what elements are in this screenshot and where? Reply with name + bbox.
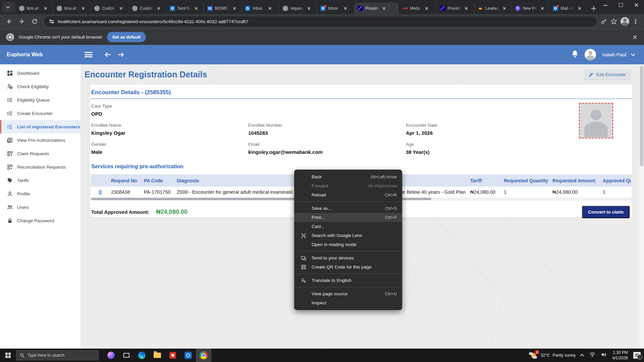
- close-icon[interactable]: [343, 6, 348, 11]
- close-icon[interactable]: [381, 6, 387, 11]
- close-icon[interactable]: [540, 6, 545, 11]
- close-icon[interactable]: [43, 6, 48, 11]
- tray-expand-icon[interactable]: [580, 354, 584, 358]
- close-icon[interactable]: [267, 6, 273, 11]
- column-diagnosis: Diagnosis: [175, 178, 293, 183]
- browser-tab[interactable]: Inbox -: [317, 3, 354, 14]
- taskbar-app-edge[interactable]: [134, 349, 150, 362]
- page-scrollbar[interactable]: [639, 64, 644, 349]
- banner-close-icon[interactable]: [632, 34, 638, 40]
- notifications-bell-icon[interactable]: [571, 50, 579, 59]
- close-icon[interactable]: [194, 6, 199, 11]
- browser-tab[interactable]: lims.afri: [53, 3, 91, 14]
- site-settings-icon[interactable]: [49, 19, 54, 24]
- taskbar-search-input[interactable]: Type here to search: [16, 350, 99, 360]
- bookmark-star-icon[interactable]: [610, 18, 617, 25]
- menu-item-back[interactable]: BackAlt+Left Arrow: [294, 172, 402, 181]
- sidebar-item-profile[interactable]: Profile: [0, 187, 80, 200]
- menu-item-create-qr[interactable]: Create QR Code for this page: [294, 262, 402, 272]
- sidebar-item-users[interactable]: Users: [0, 200, 80, 214]
- window-close-button[interactable]: [629, 0, 644, 10]
- menu-item-send-to-devices[interactable]: Send to your devices: [294, 253, 402, 262]
- set-as-default-button[interactable]: Set as default: [107, 32, 146, 42]
- taskbar-app-store[interactable]: [165, 349, 180, 362]
- address-bar[interactable]: healthclient.axamansard.com/registered-e…: [44, 16, 596, 26]
- browser-tab[interactable]: Custom: [128, 3, 166, 14]
- browser-tab[interactable]: lims.afri: [15, 3, 53, 14]
- close-icon[interactable]: [80, 6, 86, 11]
- close-icon[interactable]: [306, 6, 312, 11]
- close-icon[interactable]: [577, 6, 582, 11]
- delete-row-button[interactable]: [91, 190, 110, 195]
- edit-encounter-button[interactable]: Edit Encounter: [584, 70, 631, 79]
- convert-to-claim-button[interactable]: Convert to claim: [582, 206, 630, 218]
- sidebar-item-claim-requests[interactable]: Claim Requests: [0, 147, 80, 160]
- browser-tab[interactable]: Leadwa: [474, 3, 512, 14]
- sidebar-item-check-eligibility[interactable]: Check Eligibility: [0, 80, 80, 93]
- back-button[interactable]: [3, 16, 15, 27]
- browser-tab-active[interactable]: Provide: [354, 3, 398, 14]
- taskbar-app-outlook[interactable]: [180, 349, 196, 362]
- close-icon[interactable]: [156, 6, 161, 11]
- password-key-icon[interactable]: [600, 18, 607, 25]
- sidebar-item-tariffs[interactable]: Tariffs: [0, 174, 80, 187]
- browser-tab[interactable]: Mail - C: [549, 3, 587, 14]
- field-email: Emailkingsley.ogar@wemabank.com: [248, 142, 406, 155]
- sidebar-item-reconciliation-requests[interactable]: Reconciliation Requests: [0, 160, 80, 174]
- close-icon[interactable]: [118, 6, 124, 11]
- menu-kebab-icon[interactable]: [633, 18, 639, 24]
- taskbar-clock[interactable]: 1:30 PM 4/1/2026: [612, 350, 628, 361]
- browser-tab[interactable]: Medicl: [398, 3, 436, 14]
- taskbar-app-chrome[interactable]: [196, 349, 211, 362]
- app-forward-button[interactable]: [117, 51, 125, 58]
- window-minimize-button[interactable]: [598, 0, 613, 10]
- new-tab-button[interactable]: [589, 4, 598, 13]
- user-avatar[interactable]: [585, 49, 596, 60]
- volume-icon[interactable]: [601, 352, 607, 358]
- menu-item-translate[interactable]: Translate to English: [294, 276, 402, 285]
- close-icon[interactable]: [232, 6, 237, 11]
- action-center-icon[interactable]: 1: [633, 352, 641, 359]
- taskbar-app-file-explorer[interactable]: [150, 349, 165, 362]
- wifi-icon[interactable]: [589, 352, 595, 358]
- close-icon[interactable]: [424, 6, 429, 11]
- close-icon[interactable]: [502, 6, 507, 11]
- scrollbar-thumb[interactable]: [640, 66, 643, 166]
- taskbar-task-view[interactable]: [119, 349, 134, 362]
- tab-search-button[interactable]: [2, 1, 15, 13]
- window-maximize-button[interactable]: [613, 0, 629, 10]
- menu-item-cast[interactable]: Cast...: [294, 222, 402, 231]
- menu-item-reload[interactable]: ReloadCtrl+R: [294, 190, 402, 199]
- taskbar-weather[interactable]: 2 32°CPartly sunny: [529, 352, 576, 359]
- user-menu-chevron-icon[interactable]: [631, 52, 635, 56]
- app-back-button[interactable]: [104, 51, 112, 58]
- browser-tab[interactable]: BOWEL: [204, 3, 241, 14]
- hamburger-menu-icon[interactable]: [85, 52, 93, 57]
- leadway-favicon: [478, 6, 483, 11]
- qr-icon: [301, 264, 306, 270]
- browser-tab[interactable]: New PA: [512, 3, 549, 14]
- browser-tab[interactable]: Provide: [436, 3, 474, 14]
- menu-item-save-as[interactable]: Save as...Ctrl+S: [294, 204, 402, 213]
- sidebar-item-change-password[interactable]: Change Password: [0, 214, 80, 227]
- sidebar-item-view-pre-authorizations[interactable]: View Pre-Authorizations: [0, 133, 80, 147]
- menu-item-view-source[interactable]: View page sourceCtrl+U: [294, 289, 402, 298]
- close-icon[interactable]: [464, 6, 469, 11]
- start-button[interactable]: [0, 349, 16, 362]
- menu-item-print[interactable]: Print...Ctrl+P: [294, 213, 402, 222]
- taskbar-app-cortana[interactable]: [103, 349, 119, 362]
- browser-tab[interactable]: Sent Ite: [166, 3, 204, 14]
- menu-item-inspect[interactable]: Inspect: [294, 298, 402, 307]
- forward-button[interactable]: [16, 16, 28, 27]
- menu-item-reading-mode[interactable]: Open in reading mode: [294, 240, 402, 249]
- sidebar-item-registered-encounters[interactable]: List of registered Encounters: [0, 120, 80, 133]
- browser-tab[interactable]: Custom: [91, 3, 128, 14]
- profile-avatar-icon[interactable]: [621, 17, 629, 26]
- browser-tab[interactable]: Inbox -: [241, 3, 279, 14]
- sidebar-item-create-encounter[interactable]: Create Encounter: [0, 107, 80, 120]
- sidebar-item-dashboard[interactable]: Dashboard: [0, 66, 80, 80]
- menu-item-search-with-lens[interactable]: Search with Google Lens: [294, 231, 402, 240]
- sidebar-item-eligibility-queue[interactable]: Eligibility Queue: [0, 93, 80, 107]
- reload-button[interactable]: [29, 16, 40, 27]
- browser-tab[interactable]: request: [279, 3, 317, 14]
